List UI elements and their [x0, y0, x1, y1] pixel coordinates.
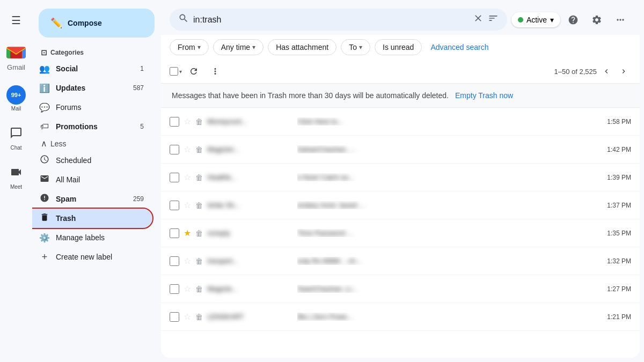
sidebar-item-forums[interactable]: 💬 Forums — [32, 98, 152, 117]
manage-labels-icon: ⚙️ — [39, 233, 50, 243]
sidebar-item-updates[interactable]: ℹ️ Updates 587 — [32, 78, 152, 98]
sidebar-item-trash[interactable]: Trash — [32, 209, 152, 228]
email-trash-icon: 🗑 — [195, 285, 203, 293]
email-row[interactable]: ☆ 🗑 Ishite Sh... endary Actor Javed ... … — [161, 191, 640, 219]
star-icon[interactable]: ☆ — [184, 200, 191, 210]
email-checkbox[interactable] — [170, 284, 179, 294]
email-toolbar: ▾ 1–50 of 2,525 — [161, 60, 640, 84]
email-list: ☆ 🗑 Moneycont... Click Here to... 1:58 P… — [161, 108, 640, 358]
email-row[interactable]: ★ 🗑 noreply Time Password ... 1:35 PM — [161, 219, 640, 247]
sidebar-item-create-label[interactable]: + Create new label — [32, 247, 152, 267]
email-checkbox[interactable] — [170, 312, 179, 322]
sidebar-item-manage-labels[interactable]: ⚙️ Manage labels — [32, 228, 152, 247]
spam-label: Spam — [56, 195, 128, 203]
active-chevron-icon: ▾ — [550, 16, 554, 24]
refresh-button[interactable] — [184, 62, 203, 81]
active-status-button[interactable]: Active ▾ — [511, 12, 560, 27]
email-subject: endary Actor Javed ... — [297, 201, 365, 209]
compose-button[interactable]: ✏️ Compose — [39, 9, 155, 38]
select-all-wrap[interactable]: ▾ — [170, 67, 182, 76]
email-content: Blu | Zero Powe... — [297, 313, 603, 321]
less-chevron-icon: ∧ — [41, 138, 47, 149]
email-checkbox[interactable] — [170, 145, 179, 154]
nav-chat[interactable]: Chat — [0, 118, 32, 155]
star-icon[interactable]: ☆ — [184, 312, 191, 322]
email-checkbox[interactable] — [170, 228, 179, 238]
email-trash-icon: 🗑 — [195, 313, 203, 321]
anytime-label: Any time — [221, 43, 250, 51]
empty-trash-button[interactable]: Empty Trash now — [455, 91, 513, 100]
apps-button[interactable] — [610, 9, 631, 31]
email-row[interactable]: ☆ 🗑 Moneycont... Click Here to... 1:58 P… — [161, 108, 640, 136]
mail-label: Mail — [11, 106, 21, 112]
email-subject: e Now! Catch ex... — [297, 173, 354, 181]
star-icon[interactable]: ☆ — [184, 144, 191, 154]
search-clear-icon[interactable] — [473, 13, 484, 26]
active-label: Active — [526, 16, 547, 24]
less-toggle[interactable]: ∧ Less — [32, 136, 152, 151]
active-dot — [518, 17, 523, 23]
more-options-button[interactable] — [206, 62, 225, 81]
email-trash-icon: 🗑 — [195, 229, 203, 238]
has-attachment-filter[interactable]: Has attachment — [268, 39, 336, 55]
sidebar-item-spam[interactable]: Spam 259 — [32, 189, 152, 209]
pencil-icon: ✏️ — [50, 17, 62, 29]
chat-icon-circle — [5, 122, 27, 144]
updates-label: Updates — [56, 84, 128, 92]
email-trash-icon: 🗑 — [195, 257, 203, 265]
star-icon[interactable]: ☆ — [184, 172, 191, 182]
help-button[interactable] — [562, 9, 584, 31]
email-checkbox[interactable] — [170, 117, 179, 127]
email-row[interactable]: ☆ 🗑 Magicbri... SahanChauhan, ... 1:42 P… — [161, 136, 640, 164]
select-dropdown-icon[interactable]: ▾ — [179, 69, 182, 75]
sidebar-item-allmail[interactable]: All Mail — [32, 170, 152, 189]
email-checkbox[interactable] — [170, 201, 179, 210]
star-icon[interactable]: ☆ — [184, 116, 191, 127]
email-row[interactable]: ☆ 🗑 LENSKART Blu | Zero Powe... 1:21 PM — [161, 303, 640, 331]
email-row[interactable]: ☆ 🗑 Healthk... e Now! Catch ex... 1:39 P… — [161, 164, 640, 191]
sidebar-item-promotions[interactable]: 🏷 Promotions 5 — [32, 117, 152, 136]
hamburger-nav[interactable]: ☰ — [0, 5, 32, 35]
next-page-button[interactable] — [616, 64, 631, 79]
star-icon[interactable]: ☆ — [184, 284, 191, 294]
email-subject: Click Here to... — [297, 117, 343, 125]
star-icon[interactable]: ☆ — [184, 256, 191, 266]
select-all-checkbox[interactable] — [170, 67, 178, 76]
email-sender: Magicbr... — [207, 285, 293, 293]
email-checkbox[interactable] — [170, 256, 179, 266]
email-trash-icon: 🗑 — [195, 201, 203, 210]
sidebar-item-scheduled[interactable]: Scheduled — [32, 151, 152, 170]
to-filter[interactable]: To ▾ — [341, 39, 370, 55]
email-subject: SahanChauhan, ... — [297, 145, 355, 153]
email-content: SahanChauhan, ... — [297, 145, 603, 153]
email-content: only Rs 6999/- , ch... — [297, 257, 603, 265]
advanced-search-link[interactable]: Advanced search — [430, 43, 488, 51]
email-row[interactable]: ☆ 🗑 Magicbr... SaanChauhan, Li... 1:27 P… — [161, 275, 640, 303]
sidebar-item-social[interactable]: 👥 Social 1 — [32, 59, 152, 78]
email-checkbox[interactable] — [170, 173, 179, 182]
meet-icon-circle — [5, 161, 27, 183]
email-sender: Healthk... — [207, 173, 293, 181]
email-content: endary Actor Javed ... — [297, 201, 603, 209]
scheduled-label: Scheduled — [56, 156, 144, 165]
nav-mail[interactable]: 99+ Mail — [0, 81, 32, 116]
anytime-filter[interactable]: Any time ▾ — [213, 39, 264, 55]
search-bar[interactable] — [170, 9, 507, 31]
is-unread-filter[interactable]: Is unread — [375, 39, 422, 55]
email-subject: SaanChauhan, Li... — [297, 285, 357, 293]
search-options-icon[interactable] — [488, 13, 499, 26]
search-input[interactable] — [193, 15, 469, 25]
spam-icon — [39, 193, 50, 205]
email-sender: Moneycont... — [207, 117, 293, 125]
page-info: 1–50 of 2,525 — [554, 64, 631, 79]
prev-page-button[interactable] — [599, 64, 614, 79]
nav-meet[interactable]: Meet — [0, 157, 32, 194]
from-filter[interactable]: From ▾ — [170, 39, 209, 55]
email-row[interactable]: ☆ 🗑 Inexpert... only Rs 6999/- , ch... 1… — [161, 247, 640, 275]
create-label-label: Create new label — [56, 253, 144, 261]
email-sender: Ishite Sh... — [207, 201, 293, 209]
settings-button[interactable] — [586, 9, 608, 31]
promotions-icon: 🏷 — [39, 122, 50, 131]
spam-count: 259 — [133, 195, 144, 203]
star-icon[interactable]: ★ — [184, 228, 191, 238]
